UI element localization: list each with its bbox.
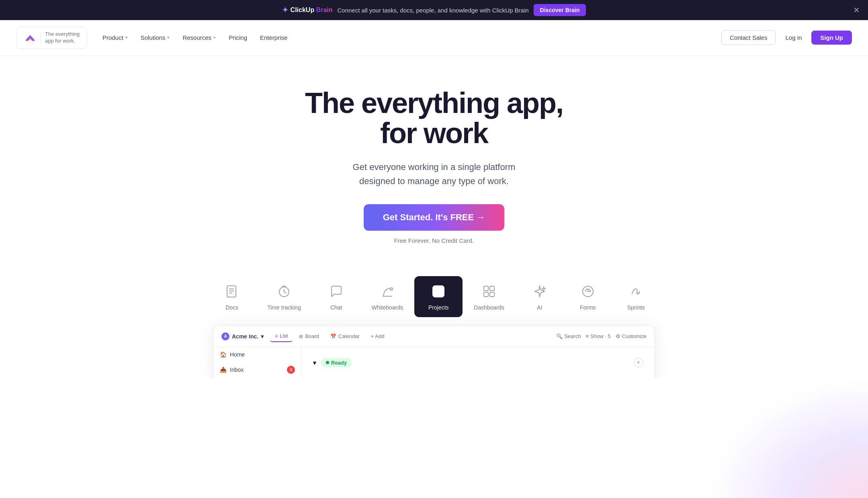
clickup-brain-label: ClickUp Brain — [291, 6, 333, 14]
status-dot — [326, 361, 329, 364]
add-task-button[interactable]: + — [634, 358, 643, 367]
sprints-label: Sprints — [627, 304, 645, 311]
chevron-down-icon: ▾ — [125, 35, 128, 40]
feature-tabs: Docs Time tracking Chat — [0, 276, 868, 317]
show-icon: ≡ — [585, 333, 589, 339]
feature-tab-dashboards[interactable]: Dashboards — [463, 276, 516, 317]
svg-rect-11 — [484, 286, 488, 291]
chat-icon — [328, 283, 345, 300]
svg-rect-13 — [484, 292, 488, 297]
svg-rect-14 — [490, 292, 494, 297]
toolbar-tab-calendar[interactable]: 📅 Calendar — [326, 331, 364, 342]
workspace-icon: A — [221, 332, 229, 340]
list-icon: ≡ — [275, 333, 278, 339]
sidebar-item-home[interactable]: 🏠 Home — [213, 347, 301, 362]
brain-logo: ✦ ClickUp Brain — [282, 6, 333, 14]
task-group-row[interactable]: ▾ Ready + — [310, 354, 647, 372]
dashboards-label: Dashboards — [474, 304, 504, 311]
toolbar-tabs: ≡ List ⊞ Board 📅 Calendar + Add — [270, 330, 550, 342]
login-button[interactable]: Log in — [780, 31, 807, 45]
feature-tab-whiteboards[interactable]: Whiteboards — [360, 276, 415, 317]
search-icon: 🔍 — [556, 333, 563, 339]
logo-tagline: The everything app for work. — [45, 31, 80, 45]
expand-icon: ▾ — [313, 359, 316, 367]
feature-tab-docs[interactable]: Docs — [208, 276, 256, 317]
hero-title: The everything app, for work — [269, 88, 599, 149]
top-banner: ✦ ClickUp Brain Connect all your tasks, … — [0, 0, 868, 20]
nav-left: The everything app for work. Product ▾ S… — [16, 27, 293, 49]
nav-item-product[interactable]: Product ▾ — [97, 31, 133, 44]
chevron-down-icon: ▾ — [213, 35, 216, 40]
clickup-logo-icon — [24, 31, 37, 44]
whiteboards-icon — [379, 283, 396, 300]
free-note: Free Forever. No Credit Card. — [269, 237, 599, 244]
app-preview: A Acme Inc. ▾ ≡ List ⊞ Board 📅 Calendar — [213, 325, 655, 378]
search-action[interactable]: 🔍 Search — [556, 333, 581, 339]
time-tracking-icon — [275, 283, 293, 300]
signup-button[interactable]: Sign Up — [811, 31, 852, 45]
ai-label: AI — [537, 304, 542, 311]
whiteboards-label: Whiteboards — [372, 304, 403, 311]
main-nav: The everything app for work. Product ▾ S… — [0, 20, 868, 56]
chevron-down-icon: ▾ — [167, 35, 170, 40]
hero-section: The everything app, for work Get everyon… — [253, 56, 615, 260]
feature-tab-forms[interactable]: Forms — [564, 276, 612, 317]
projects-label: Projects — [428, 304, 449, 311]
sidebar-item-inbox[interactable]: 📥 Inbox 9 — [213, 362, 301, 378]
feature-tab-sprints[interactable]: Sprints — [612, 276, 660, 317]
status-badge: Ready — [321, 358, 352, 367]
board-icon: ⊞ — [299, 334, 303, 339]
svg-line-6 — [284, 292, 286, 293]
workspace-name[interactable]: A Acme Inc. ▾ — [221, 332, 264, 340]
calendar-icon: 📅 — [330, 334, 336, 339]
svg-rect-10 — [433, 286, 444, 297]
app-body: 🏠 Home 📥 Inbox 9 ▾ Ready + — [213, 347, 655, 378]
feature-tabs-section: Docs Time tracking Chat — [0, 260, 868, 378]
discover-brain-button[interactable]: Discover Brain — [534, 4, 586, 16]
time-tracking-label: Time tracking — [267, 304, 301, 311]
toolbar-tab-add[interactable]: + Add — [366, 331, 389, 342]
workspace-chevron-icon: ▾ — [261, 333, 264, 340]
nav-item-enterprise[interactable]: Enterprise — [254, 31, 293, 44]
inbox-badge: 9 — [287, 366, 295, 374]
feature-tab-time-tracking[interactable]: Time tracking — [256, 276, 312, 317]
home-icon: 🏠 — [220, 351, 227, 358]
hero-subtitle: Get everyone working in a single platfor… — [269, 160, 599, 188]
nav-menu: Product ▾ Solutions ▾ Resources ▾ Pricin… — [97, 31, 293, 44]
inbox-icon: 📥 — [220, 367, 227, 373]
get-started-button[interactable]: Get Started. It's FREE → — [364, 204, 505, 231]
show-action[interactable]: ≡ Show · 5 — [585, 333, 610, 339]
nav-item-solutions[interactable]: Solutions ▾ — [135, 31, 176, 44]
ai-icon — [531, 283, 549, 300]
customize-icon: ⚙ — [616, 333, 620, 339]
toolbar-actions: 🔍 Search ≡ Show · 5 ⚙ Customize — [556, 333, 647, 339]
projects-icon — [430, 283, 447, 300]
banner-description: Connect all your tasks, docs, people, an… — [338, 7, 529, 14]
app-sidebar: 🏠 Home 📥 Inbox 9 — [213, 347, 302, 378]
forms-icon — [579, 283, 597, 300]
app-main: ▾ Ready + — [302, 347, 655, 378]
chat-label: Chat — [330, 304, 342, 311]
toolbar-tab-board[interactable]: ⊞ Board — [294, 331, 324, 342]
brain-star-icon: ✦ — [282, 6, 288, 14]
app-toolbar: A Acme Inc. ▾ ≡ List ⊞ Board 📅 Calendar — [213, 326, 655, 347]
docs-icon — [223, 283, 241, 300]
feature-tab-ai[interactable]: AI — [516, 276, 564, 317]
logo[interactable]: The everything app for work. — [16, 27, 87, 49]
sprints-icon — [627, 283, 645, 300]
docs-label: Docs — [225, 304, 238, 311]
toolbar-tab-list[interactable]: ≡ List — [270, 330, 293, 342]
customize-action[interactable]: ⚙ Customize — [616, 333, 647, 339]
contact-sales-button[interactable]: Contact Sales — [721, 30, 776, 45]
svg-point-8 — [390, 288, 393, 290]
logo-divider — [41, 32, 41, 43]
feature-tab-chat[interactable]: Chat — [312, 276, 360, 317]
forms-label: Forms — [580, 304, 596, 311]
feature-tab-projects[interactable]: Projects — [414, 276, 463, 317]
nav-item-pricing[interactable]: Pricing — [223, 31, 253, 44]
nav-item-resources[interactable]: Resources ▾ — [177, 31, 221, 44]
nav-right: Contact Sales Log in Sign Up — [721, 30, 852, 45]
banner-close-button[interactable]: ✕ — [853, 6, 860, 14]
dashboards-icon — [480, 283, 498, 300]
svg-rect-12 — [490, 286, 494, 291]
